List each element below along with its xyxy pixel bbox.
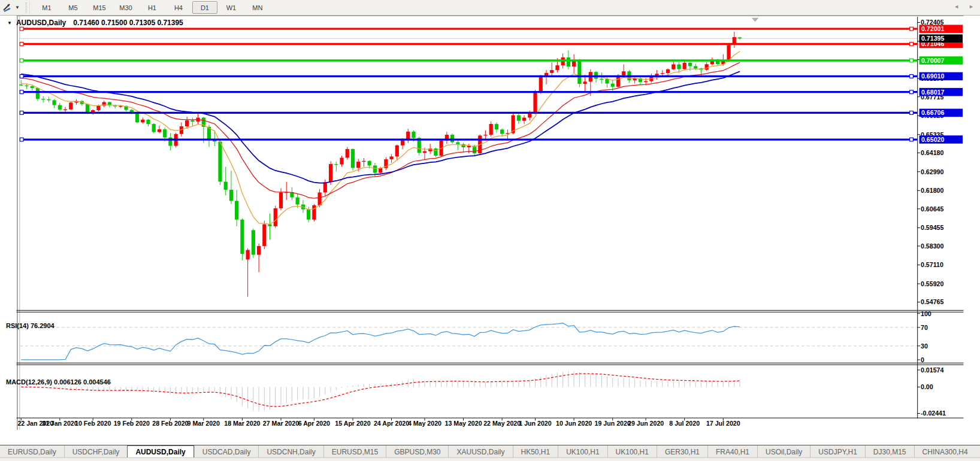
svg-text:0.62990: 0.62990 bbox=[921, 168, 943, 175]
macd-signal-line bbox=[21, 374, 740, 407]
tab-xauusd-daily[interactable]: XAUUSD,Daily bbox=[448, 445, 512, 458]
medium-ma bbox=[21, 62, 740, 198]
svg-text:-0.02441: -0.02441 bbox=[921, 410, 946, 417]
scroll-right-icon[interactable]: ► bbox=[969, 4, 974, 10]
dropdown-caret-icon[interactable]: ▼ bbox=[15, 5, 20, 10]
tab-usdchf-daily[interactable]: USDCHF,Daily bbox=[64, 445, 128, 458]
scroll-left-icon[interactable]: ◄ bbox=[954, 4, 959, 10]
svg-text:10 Jun 2020: 10 Jun 2020 bbox=[556, 420, 592, 427]
svg-text:22 May 2020: 22 May 2020 bbox=[483, 420, 521, 427]
tab-dj30-m15[interactable]: DJ30,M15 bbox=[865, 445, 914, 458]
svg-text:13 May 2020: 13 May 2020 bbox=[445, 420, 482, 427]
fast-ma bbox=[21, 51, 740, 225]
toolbar: ▼ M1M5M15M30H1H4D1W1MN bbox=[0, 0, 980, 16]
timeframe-button-m15[interactable]: M15 bbox=[87, 1, 112, 14]
svg-text:18 Mar 2020: 18 Mar 2020 bbox=[224, 420, 260, 427]
tab-hk50-h1[interactable]: HK50,H1 bbox=[513, 445, 558, 458]
svg-text:19 Feb 2020: 19 Feb 2020 bbox=[114, 420, 150, 427]
svg-text:100: 100 bbox=[921, 310, 931, 317]
svg-text:0.70007: 0.70007 bbox=[921, 57, 944, 64]
svg-text:17 Jul 2020: 17 Jul 2020 bbox=[706, 420, 740, 427]
tab-usdjpy-h1[interactable]: USDJPY,H1 bbox=[810, 445, 864, 458]
tab-fra40-h1[interactable]: FRA40,H1 bbox=[707, 445, 757, 458]
svg-text:0.66706: 0.66706 bbox=[921, 109, 944, 116]
chart-shift-arrow-icon[interactable] bbox=[752, 18, 759, 22]
svg-text:31 Jan 2020: 31 Jan 2020 bbox=[42, 420, 78, 427]
svg-text:6 Apr 2020: 6 Apr 2020 bbox=[298, 420, 330, 427]
slow-ma bbox=[21, 71, 740, 183]
timeframe-button-h1[interactable]: H1 bbox=[140, 1, 165, 14]
svg-text:0.01574: 0.01574 bbox=[921, 366, 943, 374]
svg-text:8 Jul 2020: 8 Jul 2020 bbox=[669, 420, 700, 427]
tab-usdcad-daily[interactable]: USDCAD,Daily bbox=[194, 445, 259, 458]
tab-ger30-h1[interactable]: GER30,H1 bbox=[657, 445, 707, 458]
svg-text:24 Apr 2020: 24 Apr 2020 bbox=[374, 420, 409, 427]
tab-usoil-daily[interactable]: USOil,Daily bbox=[757, 445, 810, 458]
timeframe-buttons: M1M5M15M30H1H4D1W1MN bbox=[34, 1, 271, 14]
svg-text:0.00: 0.00 bbox=[921, 383, 933, 390]
svg-text:0.55920: 0.55920 bbox=[921, 280, 943, 287]
svg-text:0.72001: 0.72001 bbox=[921, 25, 944, 32]
svg-text:0.54765: 0.54765 bbox=[921, 298, 943, 305]
tab-uk100-h1[interactable]: UK100,H1 bbox=[607, 445, 657, 458]
svg-text:10 Feb 2020: 10 Feb 2020 bbox=[75, 420, 111, 427]
timeframe-button-h4[interactable]: H4 bbox=[166, 1, 191, 14]
svg-text:27 Mar 2020: 27 Mar 2020 bbox=[263, 420, 299, 427]
timeframe-button-m1[interactable]: M1 bbox=[34, 1, 59, 14]
svg-text:0.59455: 0.59455 bbox=[921, 224, 943, 231]
svg-text:29 Jun 2020: 29 Jun 2020 bbox=[628, 420, 664, 427]
chart-canvas[interactable]: 0.724050.712150.700600.688700.677150.665… bbox=[0, 15, 980, 445]
svg-text:0.71395: 0.71395 bbox=[921, 35, 944, 42]
svg-text:0.68017: 0.68017 bbox=[921, 89, 944, 96]
svg-text:19 Jun 2020: 19 Jun 2020 bbox=[595, 420, 631, 427]
chart-tab-bar: EURUSD,DailyUSDCHF,DailyAUDUSD,DailyUSDC… bbox=[0, 445, 980, 458]
svg-text:0.65020: 0.65020 bbox=[921, 136, 944, 143]
svg-text:0.57110: 0.57110 bbox=[921, 261, 943, 268]
svg-text:1 Jun 2020: 1 Jun 2020 bbox=[519, 420, 551, 427]
chart-cursor-icon[interactable] bbox=[2, 2, 14, 13]
tab-audusd-daily[interactable]: AUDUSD,Daily bbox=[127, 445, 193, 458]
tab-gbpusd-m30[interactable]: GBPUSD,M30 bbox=[386, 445, 448, 458]
timeframe-button-m5[interactable]: M5 bbox=[61, 1, 86, 14]
tab-usdcnh-daily[interactable]: USDCNH,Daily bbox=[258, 445, 323, 458]
rsi-line bbox=[21, 323, 740, 360]
timeframe-button-m30[interactable]: M30 bbox=[113, 1, 138, 14]
tab-eurusd-daily[interactable]: EURUSD,Daily bbox=[0, 445, 64, 458]
tab-eurusd-m15[interactable]: EURUSD,M15 bbox=[323, 445, 386, 458]
candles-layer bbox=[19, 32, 742, 297]
mt4-window: ▼ M1M5M15M30H1H4D1W1MN 0.724050.712150.7… bbox=[0, 0, 980, 461]
svg-text:70: 70 bbox=[921, 324, 928, 331]
svg-text:9 Mar 2020: 9 Mar 2020 bbox=[187, 420, 220, 427]
timeframe-button-w1[interactable]: W1 bbox=[219, 1, 244, 14]
timeframe-button-d1[interactable]: D1 bbox=[192, 1, 217, 14]
svg-text:0.69010: 0.69010 bbox=[921, 72, 944, 80]
toolbar-separator bbox=[26, 2, 30, 13]
tab-scroll-controls: ◄ ► bbox=[954, 0, 974, 13]
svg-text:4 May 2020: 4 May 2020 bbox=[408, 420, 441, 427]
svg-text:0: 0 bbox=[921, 356, 924, 363]
svg-text:30: 30 bbox=[921, 342, 928, 350]
svg-text:0.60645: 0.60645 bbox=[921, 205, 943, 213]
svg-text:15 Apr 2020: 15 Apr 2020 bbox=[335, 420, 370, 427]
tab-china300-h4[interactable]: CHINA300,H4 bbox=[914, 445, 976, 458]
status-strip bbox=[0, 457, 980, 461]
svg-text:0.61800: 0.61800 bbox=[921, 187, 943, 194]
svg-text:0.64180: 0.64180 bbox=[921, 149, 943, 156]
tab-uk100-h1[interactable]: UK100,H1 bbox=[558, 445, 607, 458]
timeframe-button-mn[interactable]: MN bbox=[245, 1, 270, 14]
svg-text:0.58300: 0.58300 bbox=[921, 242, 943, 250]
svg-text:28 Feb 2020: 28 Feb 2020 bbox=[152, 420, 188, 427]
